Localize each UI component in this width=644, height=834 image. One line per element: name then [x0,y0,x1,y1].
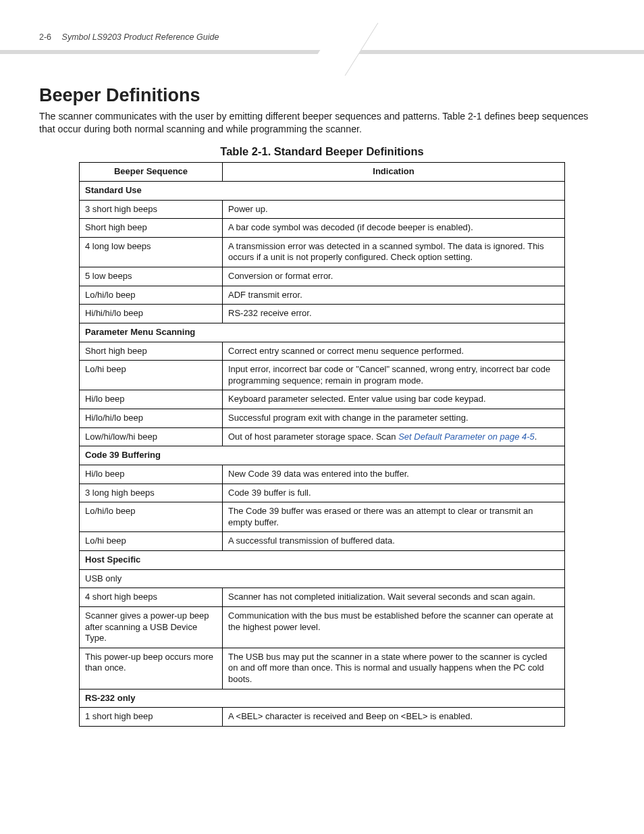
cell-sequence: Scanner gives a power-up beep after scan… [80,606,223,648]
beeper-definitions-table: Beeper Sequence Indication Standard Use3… [79,162,565,727]
cell-sequence: USB only [80,569,565,588]
cell-sequence: Lo/hi beep [80,532,223,551]
cell-indication: Successful program exit with change in t… [223,409,565,428]
page: 2-6 Symbol LS9203 Product Reference Guid… [0,0,644,834]
table-section-row: Host Specific [80,551,565,570]
table-row: USB only [80,569,565,588]
cell-sequence: Hi/hi/hi/lo beep [80,305,223,323]
table-section-heading: Host Specific [80,551,565,570]
table-row: 5 low beepsConversion or format error. [80,267,565,286]
table-caption: Table 2-1. Standard Beeper Definitions [39,145,605,158]
cell-indication: A transmission error was detected in a s… [223,237,565,267]
cell-sequence: Low/hi/low/hi beep [80,427,223,446]
cell-indication: RS-232 receive error. [223,305,565,323]
cell-indication: Out of host parameter storage space. Sca… [223,427,565,446]
cell-indication: New Code 39 data was entered into the bu… [223,465,565,484]
table-row: Hi/lo beepNew Code 39 data was entered i… [80,465,565,484]
col-header-indication: Indication [223,163,565,182]
cell-sequence: 1 short high beep [80,708,223,727]
cell-indication: Communication with the bus must be estab… [223,606,565,648]
table-section-heading: Code 39 Buffering [80,446,565,465]
table-row: Short high beepA bar code symbol was dec… [80,219,565,238]
cell-indication: Code 39 buffer is full. [223,484,565,502]
indication-text: Out of host parameter storage space. Sca… [228,432,398,442]
table-header-row: Beeper Sequence Indication [80,163,565,182]
cell-sequence: Lo/hi beep [80,361,223,390]
section-intro: The scanner communicates with the user b… [39,110,605,136]
table-section-row: Code 39 Buffering [80,446,565,465]
cell-sequence: Hi/lo beep [80,390,223,409]
table-row: 1 short high beepA <BEL> character is re… [80,708,565,727]
table-row: Lo/hi beepInput error, incorrect bar cod… [80,361,565,390]
cell-indication: The Code 39 buffer was erased or there w… [223,502,565,532]
table-row: Scanner gives a power-up beep after scan… [80,606,565,648]
table-row: 3 long high beepsCode 39 buffer is full. [80,484,565,502]
table-row: 4 short high beepsScanner has not comple… [80,588,565,607]
cell-indication: Power up. [223,200,565,219]
cell-sequence: 4 short high beeps [80,588,223,607]
cell-indication: Correct entry scanned or correct menu se… [223,342,565,361]
table-row: This power-up beep occurs more than once… [80,648,565,689]
cell-sequence: Lo/hi/lo beep [80,502,223,532]
cell-indication: Keyboard parameter selected. Enter value… [223,390,565,409]
cell-indication: Conversion or format error. [223,267,565,286]
table-section-row: RS-232 only [80,689,565,708]
cell-indication: ADF transmit error. [223,286,565,305]
indication-text: . [535,432,537,442]
cell-sequence: Hi/lo beep [80,465,223,484]
table-row: Hi/lo/hi/lo beepSuccessful program exit … [80,409,565,428]
table-row: Lo/hi beepA successful transmission of b… [80,532,565,551]
cell-sequence: 3 long high beeps [80,484,223,502]
cell-indication: A successful transmission of buffered da… [223,532,565,551]
cell-sequence: 3 short high beeps [80,200,223,219]
table-row: Lo/hi/lo beepThe Code 39 buffer was eras… [80,502,565,532]
cell-sequence: Short high beep [80,342,223,361]
table-row: Hi/lo beepKeyboard parameter selected. E… [80,390,565,409]
table-row: Short high beepCorrect entry scanned or … [80,342,565,361]
table-row: Hi/hi/hi/lo beepRS-232 receive error. [80,305,565,323]
cell-sequence: 4 long low beeps [80,237,223,267]
header-rule-graphic [39,30,605,55]
cell-sequence: Hi/lo/hi/lo beep [80,409,223,428]
col-header-sequence: Beeper Sequence [80,163,223,182]
table-section-heading: RS-232 only [80,689,565,708]
cell-sequence: Short high beep [80,219,223,238]
cell-indication: A bar code symbol was decoded (if decode… [223,219,565,238]
table-row: 3 short high beepsPower up. [80,200,565,219]
cell-sequence: This power-up beep occurs more than once… [80,648,223,689]
cell-indication: The USB bus may put the scanner in a sta… [223,648,565,689]
table-section-row: Standard Use [80,181,565,200]
section-title: Beeper Definitions [39,85,605,106]
table-row: Low/hi/low/hi beepOut of host parameter … [80,427,565,446]
cell-indication: Scanner has not completed initialization… [223,588,565,607]
table-section-heading: Parameter Menu Scanning [80,323,565,342]
table-row: Lo/hi/lo beepADF transmit error. [80,286,565,305]
cross-reference-link[interactable]: Set Default Parameter on page 4-5 [398,432,535,442]
table-section-row: Parameter Menu Scanning [80,323,565,342]
cell-sequence: 5 low beeps [80,267,223,286]
cell-indication: Input error, incorrect bar code or "Canc… [223,361,565,390]
body-content: Beeper Definitions The scanner communica… [39,85,605,727]
table-section-heading: Standard Use [80,181,565,200]
cell-sequence: Lo/hi/lo beep [80,286,223,305]
table-row: 4 long low beepsA transmission error was… [80,237,565,267]
cell-indication: A <BEL> character is received and Beep o… [223,708,565,727]
